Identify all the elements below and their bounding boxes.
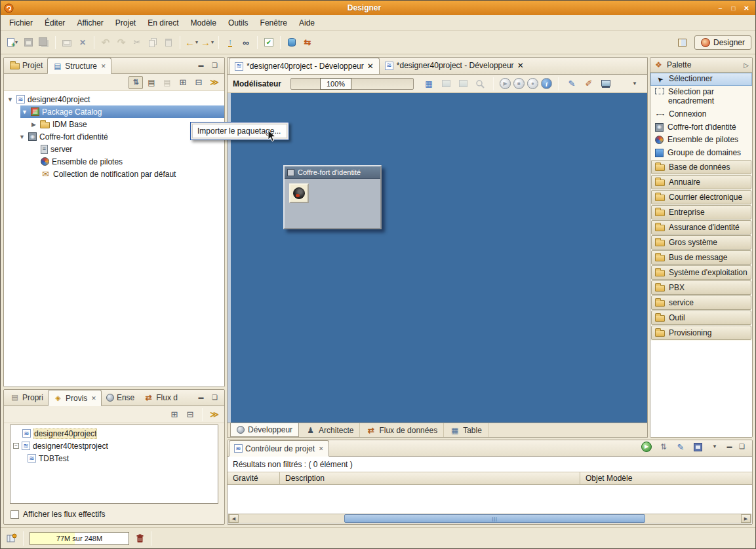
palette-drawer-pbx[interactable]: PBX — [651, 280, 751, 295]
view-menu-button[interactable] — [144, 76, 159, 89]
grid-button[interactable] — [422, 77, 436, 91]
start-button[interactable]: ▶ — [500, 78, 511, 89]
palette-drawer-outil[interactable]: Outil — [651, 311, 751, 325]
undo-button[interactable] — [98, 35, 113, 50]
editor-tab-1[interactable]: *designer40project - Développeur ✕ — [229, 58, 380, 75]
checkbox-icon[interactable] — [10, 510, 19, 519]
expander-icon[interactable]: ▶ — [30, 121, 37, 128]
save-results-button[interactable] — [690, 440, 705, 453]
cut-button[interactable] — [129, 35, 145, 50]
selected-row[interactable]: ▼ Package Catalog — [20, 105, 224, 118]
paste-button[interactable] — [161, 35, 176, 50]
heap-status-gauge[interactable]: 77M sur 248M — [30, 532, 129, 545]
tree-item-project[interactable]: ▼ designer40project — [4, 93, 224, 105]
identity-vault-node[interactable]: Coffre-fort d'identité — [283, 165, 382, 229]
tab-flux-donnees[interactable]: Flux d — [139, 389, 182, 406]
tree-item-tdbtest[interactable]: TDBTest — [10, 452, 218, 464]
expand-all-button[interactable] — [176, 76, 190, 89]
compare-button[interactable] — [300, 35, 315, 50]
menu-modele[interactable]: Modèle — [185, 16, 222, 29]
tree-item-server[interactable]: server — [4, 143, 224, 155]
link-with-editor-button[interactable] — [129, 76, 143, 89]
menu-fichier[interactable]: Fichier — [3, 16, 39, 29]
print-diagram-button[interactable] — [456, 77, 470, 91]
menu-editer[interactable]: Éditer — [39, 16, 71, 29]
save-button[interactable] — [20, 35, 36, 50]
highlight-button[interactable] — [582, 77, 596, 91]
zoom-button[interactable] — [473, 77, 487, 91]
tab-provisioning[interactable]: Provis ✕ — [48, 390, 102, 406]
forward-button[interactable]: ▾ — [199, 35, 215, 50]
palette-drawer-service[interactable]: service — [651, 295, 751, 310]
close-tab-icon[interactable]: ✕ — [367, 62, 374, 71]
titlebar[interactable]: Designer – □ ✕ — [1, 1, 755, 15]
palette-tool-driver-set[interactable]: Ensemble de pilotes — [650, 134, 752, 147]
tab-proprietes[interactable]: Propri — [5, 389, 48, 406]
palette-drawer-annuaire[interactable]: Annuaire — [651, 175, 751, 189]
back-button[interactable]: ▾ — [184, 35, 199, 50]
edit-button[interactable] — [673, 440, 688, 453]
maximize-view-icon[interactable] — [737, 442, 747, 451]
maximize-view-icon[interactable] — [210, 61, 220, 70]
print-button[interactable] — [59, 35, 75, 50]
info-button[interactable]: i — [541, 78, 552, 89]
palette-tool-marquee[interactable]: Sélection par encadrement — [650, 86, 752, 108]
expander-icon[interactable]: ▼ — [21, 109, 28, 115]
new-button[interactable]: ▾ — [5, 35, 20, 50]
minimize-view-icon[interactable] — [196, 393, 206, 402]
validate-button[interactable] — [261, 35, 277, 50]
expander-icon[interactable]: ▼ — [7, 96, 14, 103]
export-image-button[interactable] — [439, 77, 453, 91]
toolbar-overflow-button[interactable] — [627, 77, 642, 91]
node-header[interactable]: Coffre-fort d'identité — [285, 166, 380, 179]
menu-outils[interactable]: Outils — [222, 16, 254, 29]
palette-tool-identity-vault[interactable]: Coffre-fort d'identité — [650, 121, 752, 134]
palette-tool-connection[interactable]: Connexion — [650, 108, 752, 121]
menu-aide[interactable]: Aide — [293, 16, 321, 29]
palette-drawer-bus-message[interactable]: Bus de message — [651, 250, 751, 265]
redo-button[interactable] — [113, 35, 129, 50]
maximize-view-icon[interactable] — [210, 393, 220, 402]
zoom-slider[interactable]: 100% — [290, 78, 414, 90]
node-body[interactable] — [285, 179, 380, 228]
menu-afficher[interactable]: Afficher — [71, 16, 109, 29]
palette-drawer-provisioning[interactable]: Provisioning — [651, 326, 751, 340]
close-tab-icon[interactable]: ✕ — [317, 445, 324, 452]
collapse-palette-icon[interactable]: ▷ — [744, 62, 749, 69]
scrollbar-thumb[interactable]: ||| — [344, 514, 646, 523]
palette-drawer-database[interactable]: Base de données — [651, 160, 751, 174]
palette-tool-domain-group[interactable]: Groupe de domaines — [650, 147, 752, 160]
palette-drawer-courrier[interactable]: Courrier électronique — [651, 190, 751, 204]
designer-perspective-button[interactable]: Designer — [694, 35, 751, 50]
close-tab-icon[interactable]: ✕ — [90, 395, 96, 402]
import-button[interactable] — [222, 35, 238, 50]
refresh-button[interactable] — [207, 408, 222, 421]
palette-drawer-entreprise[interactable]: Entreprise — [651, 205, 751, 219]
record-button[interactable]: ● — [527, 78, 538, 89]
tab-ensemble[interactable]: Ense — [102, 389, 139, 406]
minimize-view-icon[interactable] — [725, 442, 734, 451]
palette-drawer-gros-systeme[interactable]: Gros système — [651, 235, 751, 250]
garbage-collect-icon[interactable] — [135, 533, 145, 544]
minimize-window-icon[interactable]: – — [715, 3, 726, 13]
deploy-button[interactable] — [284, 35, 300, 50]
zoom-value[interactable]: 100% — [320, 78, 351, 90]
copy-button[interactable] — [145, 35, 161, 50]
collapse-expander-icon[interactable]: − — [13, 443, 19, 449]
scroll-right-icon[interactable]: ▶ — [741, 514, 751, 523]
tree-item-package-catalog[interactable]: ▼ Package Catalog — [4, 105, 224, 118]
maximize-window-icon[interactable]: □ — [728, 3, 739, 13]
collapse-all-button[interactable] — [183, 408, 197, 421]
presentation-button[interactable] — [599, 77, 613, 91]
close-window-icon[interactable]: ✕ — [741, 3, 752, 13]
expander-icon[interactable]: ▼ — [18, 134, 26, 140]
horizontal-scrollbar[interactable]: ◀ ||| ▶ — [228, 514, 751, 523]
go-into-button[interactable] — [207, 76, 222, 89]
show-effective-flows-option[interactable]: Afficher les flux effectifs — [4, 506, 224, 522]
scroll-left-icon[interactable]: ◀ — [229, 514, 239, 523]
palette-header[interactable]: Palette ▷ — [650, 58, 752, 73]
menu-en-direct[interactable]: En direct — [142, 16, 184, 29]
filter-button[interactable] — [160, 76, 174, 89]
vault-tree-icon[interactable] — [289, 183, 309, 203]
expand-all-button[interactable] — [167, 408, 182, 421]
